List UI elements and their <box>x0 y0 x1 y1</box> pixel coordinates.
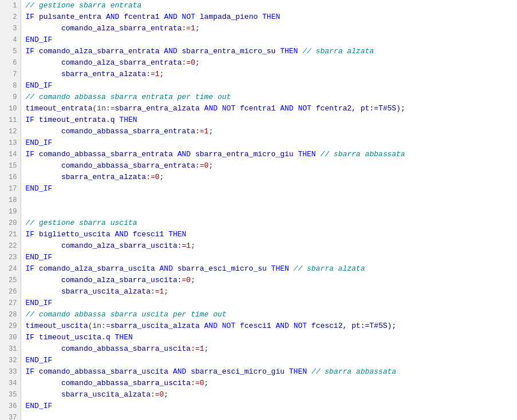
table-row: 14IF comando_abbassa_sbarra_entrata AND … <box>0 149 517 160</box>
line-number: 11 <box>0 114 21 126</box>
line-number: 29 <box>0 320 21 332</box>
line-content: END_IF <box>21 34 517 46</box>
line-content: sbarra_entra_alzata:=1; <box>21 69 517 80</box>
table-row: 26 sbarra_uscita_alzata:=1; <box>0 286 517 298</box>
line-number: 6 <box>0 57 21 69</box>
line-content: END_IF <box>21 183 517 195</box>
line-content: IF comando_alza_sbarra_uscita AND sbarra… <box>21 263 517 275</box>
line-content <box>21 195 517 206</box>
table-row: 21IF biglietto_uscita AND fcesci1 THEN <box>0 229 517 240</box>
line-content: comando_alza_sbarra_uscita:=1; <box>21 240 517 252</box>
table-row: 9// comando abbassa sbarra entrata per t… <box>0 92 517 103</box>
table-row: 3 comando_alza_sbarra_entrata:=1; <box>0 23 517 34</box>
line-number: 18 <box>0 195 21 206</box>
line-number: 10 <box>0 103 21 114</box>
table-row: 5IF comando_alza_sbarra_entrata AND sbar… <box>0 46 517 57</box>
line-number: 7 <box>0 69 21 80</box>
line-number: 3 <box>0 23 21 34</box>
table-row: 13END_IF <box>0 137 517 149</box>
line-number: 35 <box>0 389 21 401</box>
line-number: 14 <box>0 149 21 160</box>
table-row: 24IF comando_alza_sbarra_uscita AND sbar… <box>0 263 517 275</box>
table-row: 10timeout_entrata(in:=sbarra_entra_alzat… <box>0 103 517 114</box>
line-number: 4 <box>0 34 21 46</box>
table-row: 17END_IF <box>0 183 517 195</box>
table-row: 11IF timeout_entrata.q THEN <box>0 114 517 126</box>
table-row: 27END_IF <box>0 298 517 309</box>
line-content: IF biglietto_uscita AND fcesci1 THEN <box>21 229 517 240</box>
line-content: comando_abbassa_sbarra_entrata:=1; <box>21 126 517 137</box>
line-number: 30 <box>0 332 21 343</box>
table-row: 23END_IF <box>0 252 517 263</box>
table-row: 16 sbarra_entra_alzata:=0; <box>0 172 517 183</box>
table-row: 15 comando_abbassa_sbarra_entrata:=0; <box>0 160 517 172</box>
line-number: 1 <box>0 0 21 11</box>
line-content: timeout_uscita(in:=sbarra_uscita_alzata … <box>21 320 517 332</box>
line-number: 8 <box>0 80 21 92</box>
line-content: // comando abbassa sbarra uscita per tim… <box>21 309 517 320</box>
table-row: 37 <box>0 412 517 420</box>
line-content <box>21 412 517 420</box>
line-number: 37 <box>0 412 21 420</box>
code-table: 1// gestione sbarra entrata2IF pulsante_… <box>0 0 517 420</box>
line-number: 5 <box>0 46 21 57</box>
line-number: 13 <box>0 137 21 149</box>
line-content: END_IF <box>21 298 517 309</box>
table-row: 22 comando_alza_sbarra_uscita:=1; <box>0 240 517 252</box>
line-number: 12 <box>0 126 21 137</box>
line-content: sbarra_uscita_alzata:=0; <box>21 389 517 401</box>
line-number: 9 <box>0 92 21 103</box>
table-row: 30IF timeout_uscita.q THEN <box>0 332 517 343</box>
line-content: sbarra_uscita_alzata:=1; <box>21 286 517 298</box>
table-row: 36END_IF <box>0 401 517 412</box>
table-row: 32END_IF <box>0 355 517 366</box>
line-content: END_IF <box>21 252 517 263</box>
line-content: // comando abbassa sbarra entrata per ti… <box>21 92 517 103</box>
line-number: 20 <box>0 217 21 229</box>
line-number: 19 <box>0 206 21 217</box>
line-number: 22 <box>0 240 21 252</box>
table-row: 7 sbarra_entra_alzata:=1; <box>0 69 517 80</box>
table-row: 25 comando_alza_sbarra_uscita:=0; <box>0 275 517 286</box>
line-content: comando_abbassa_sbarra_entrata:=0; <box>21 160 517 172</box>
table-row: 12 comando_abbassa_sbarra_entrata:=1; <box>0 126 517 137</box>
line-number: 36 <box>0 401 21 412</box>
table-row: 2IF pulsante_entra AND fcentra1 AND NOT … <box>0 11 517 23</box>
line-content: comando_abbassa_sbarra_uscita:=0; <box>21 378 517 389</box>
line-number: 28 <box>0 309 21 320</box>
line-content: comando_abbassa_sbarra_uscita:=1; <box>21 343 517 355</box>
line-number: 31 <box>0 343 21 355</box>
line-content: IF timeout_entrata.q THEN <box>21 114 517 126</box>
table-row: 19 <box>0 206 517 217</box>
line-number: 27 <box>0 298 21 309</box>
line-number: 26 <box>0 286 21 298</box>
line-content: IF comando_abbassa_sbarra_entrata AND sb… <box>21 149 517 160</box>
table-row: 6 comando_alza_sbarra_entrata:=0; <box>0 57 517 69</box>
line-content: IF comando_alza_sbarra_entrata AND sbarr… <box>21 46 517 57</box>
table-row: 28// comando abbassa sbarra uscita per t… <box>0 309 517 320</box>
table-row: 18 <box>0 195 517 206</box>
line-number: 23 <box>0 252 21 263</box>
code-editor: 1// gestione sbarra entrata2IF pulsante_… <box>0 0 517 420</box>
table-row: 20// gestione sbarra uscita <box>0 217 517 229</box>
line-content: timeout_entrata(in:=sbarra_entra_alzata … <box>21 103 517 114</box>
line-content: END_IF <box>21 137 517 149</box>
table-row: 8END_IF <box>0 80 517 92</box>
line-number: 24 <box>0 263 21 275</box>
table-row: 4END_IF <box>0 34 517 46</box>
line-number: 25 <box>0 275 21 286</box>
line-content: END_IF <box>21 80 517 92</box>
line-number: 16 <box>0 172 21 183</box>
line-number: 33 <box>0 366 21 378</box>
line-content: comando_alza_sbarra_entrata:=0; <box>21 57 517 69</box>
line-content: comando_alza_sbarra_entrata:=1; <box>21 23 517 34</box>
line-number: 2 <box>0 11 21 23</box>
table-row: 35 sbarra_uscita_alzata:=0; <box>0 389 517 401</box>
line-content: END_IF <box>21 355 517 366</box>
line-number: 34 <box>0 378 21 389</box>
line-content: sbarra_entra_alzata:=0; <box>21 172 517 183</box>
line-number: 21 <box>0 229 21 240</box>
line-content <box>21 206 517 217</box>
table-row: 29timeout_uscita(in:=sbarra_uscita_alzat… <box>0 320 517 332</box>
line-number: 15 <box>0 160 21 172</box>
